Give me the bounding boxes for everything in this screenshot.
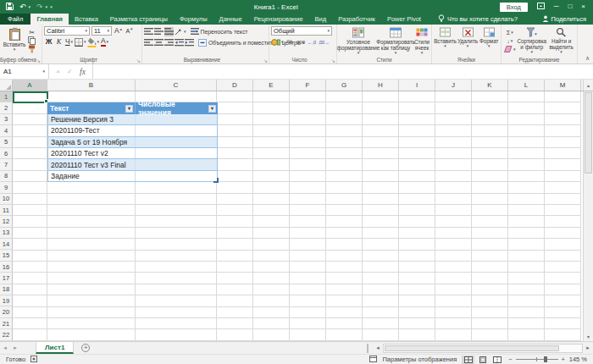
column-header[interactable]: C	[136, 80, 217, 91]
horizontal-scroll-left-icon[interactable]: ◂	[373, 345, 383, 351]
vertical-scrollbar[interactable]: ▾	[583, 91, 593, 341]
borders-button[interactable]: ▾	[75, 37, 86, 47]
align-center-button[interactable]	[154, 38, 163, 47]
sign-in-button[interactable]: Вход	[500, 3, 528, 12]
row-header[interactable]: 11	[0, 205, 13, 216]
table-cell-value[interactable]	[136, 114, 218, 124]
maximize-button[interactable]: □	[568, 3, 572, 10]
column-header[interactable]: F	[290, 80, 326, 91]
horizontal-scroll-track[interactable]	[383, 344, 583, 353]
ribbon-tab[interactable]: Главная	[30, 14, 69, 25]
minimize-button[interactable]: ─	[554, 3, 559, 10]
row-header[interactable]: 18	[0, 284, 13, 295]
table-cell-value[interactable]	[136, 159, 218, 169]
insert-cells-button[interactable]: Вставить ▾	[434, 26, 457, 49]
filter-dropdown-icon[interactable]: ▾	[125, 105, 133, 113]
page-break-view-icon[interactable]	[490, 356, 503, 364]
ribbon-tab[interactable]: Вставка	[69, 14, 104, 25]
table-cell-text[interactable]: 20201110 Тест v2	[47, 148, 136, 158]
table-cell-text[interactable]: Решение Версия 3	[47, 114, 136, 124]
cut-icon[interactable]: ✂	[27, 28, 36, 36]
row-header[interactable]: 13	[0, 228, 13, 239]
zoom-slider-thumb[interactable]	[544, 356, 547, 362]
ribbon-tab[interactable]: Данные	[213, 14, 248, 25]
decrease-decimal-button[interactable]: ,00→	[319, 37, 330, 47]
horizontal-scrollbar[interactable]: ◂ ▸	[367, 342, 593, 354]
table-cell-text[interactable]: 20201109-Тест	[47, 125, 136, 135]
find-select-button[interactable]: Найти и выделить ▾	[547, 26, 575, 55]
align-middle-button[interactable]	[154, 27, 163, 36]
number-format-combo[interactable]: Общий ▾	[271, 26, 332, 36]
fill-color-button[interactable]: ▾	[87, 37, 100, 47]
align-top-button[interactable]	[144, 27, 153, 36]
horizontal-scroll-right-icon[interactable]: ▸	[583, 345, 593, 351]
autosum-button[interactable]: Σ▾	[503, 28, 516, 36]
row-header[interactable]: 7	[0, 159, 13, 170]
column-header[interactable]: D	[217, 80, 253, 91]
wrap-text-button[interactable]: Переносить текст	[191, 26, 248, 36]
name-box-dropdown-icon[interactable]: ▾	[42, 69, 45, 74]
table-cell-value[interactable]	[136, 137, 218, 147]
comma-style-button[interactable]: 000	[296, 37, 306, 47]
formula-input[interactable]	[93, 64, 593, 79]
row-header[interactable]: 2	[0, 102, 13, 113]
align-bottom-button[interactable]	[164, 27, 174, 36]
ribbon-tab[interactable]: Разметка страницы	[104, 14, 174, 25]
row-header[interactable]: 9	[0, 182, 13, 193]
name-box[interactable]: A1 ▾	[0, 64, 49, 79]
column-header[interactable]: G	[326, 80, 363, 91]
number-dialog-launcher-icon[interactable]: ↘	[331, 58, 335, 63]
undo-icon[interactable]: ↶	[19, 3, 26, 11]
redo-dropdown-icon[interactable]: ▾	[46, 5, 48, 9]
collapse-ribbon-icon[interactable]: ∧	[585, 55, 590, 62]
font-color-button[interactable]: А▾	[100, 37, 109, 47]
column-header[interactable]: L	[508, 80, 545, 91]
row-header[interactable]: 8	[0, 171, 13, 182]
zoom-level[interactable]: 145 %	[568, 356, 587, 363]
fill-button[interactable]: ↓▾	[503, 36, 516, 45]
paste-dropdown-icon[interactable]: ▾	[14, 47, 16, 52]
scrollbar-splitter[interactable]	[367, 344, 370, 353]
orientation-button[interactable]: ▾	[175, 27, 186, 36]
copy-icon[interactable]	[27, 36, 36, 45]
row-header[interactable]: 6	[0, 148, 13, 159]
zoom-slider[interactable]	[516, 356, 558, 363]
table-cell-text[interactable]: 20201110 Тест v3 Final	[47, 159, 136, 169]
format-cells-button[interactable]: Формат ▾	[479, 26, 499, 49]
ribbon-tab[interactable]: Формулы	[174, 14, 213, 25]
vertical-scroll-down-icon[interactable]: ▾	[584, 331, 593, 341]
row-header[interactable]: 22	[0, 329, 13, 340]
row-header[interactable]: 12	[0, 216, 13, 227]
row-header[interactable]: 15	[0, 250, 13, 261]
cell-styles-button[interactable]: Стили ячеек ▾	[413, 26, 430, 56]
align-left-button[interactable]	[144, 38, 153, 47]
display-settings-label[interactable]: Параметры отображения	[382, 356, 457, 363]
select-all-corner[interactable]	[0, 80, 13, 91]
table-header-values[interactable]: Числовые значения ▾	[136, 102, 218, 113]
table-cell-value[interactable]	[136, 171, 218, 181]
row-header[interactable]: 14	[0, 239, 13, 250]
horizontal-scroll-thumb[interactable]	[385, 345, 559, 351]
column-header[interactable]: H	[363, 80, 399, 91]
column-header[interactable]: I	[399, 80, 435, 91]
table-header-text[interactable]: Текст ▾	[47, 102, 136, 113]
paste-button[interactable]: Вставить ▾	[2, 26, 27, 55]
table-cell-text[interactable]: Задание	[47, 171, 136, 181]
column-header[interactable]: A	[13, 80, 47, 91]
row-header[interactable]: 1	[0, 91, 13, 102]
format-as-table-button[interactable]: Форматировать как таблицу ▾	[378, 26, 413, 56]
column-header[interactable]: B	[47, 80, 136, 91]
active-cell-a1[interactable]	[13, 91, 48, 103]
share-button[interactable]: Поделиться	[542, 14, 593, 25]
ribbon-tab[interactable]: Рецензирование	[248, 14, 309, 25]
row-header[interactable]: 10	[0, 194, 13, 205]
page-layout-view-icon[interactable]	[476, 356, 489, 364]
zoom-in-button[interactable]: +	[562, 356, 565, 363]
undo-dropdown-icon[interactable]: ▾	[29, 5, 31, 9]
save-icon[interactable]	[6, 3, 14, 12]
insert-function-icon[interactable]: fx	[80, 68, 86, 76]
macro-record-icon[interactable]	[30, 356, 37, 364]
clear-button[interactable]: ▾	[503, 45, 516, 53]
close-button[interactable]: ×	[581, 3, 585, 10]
sheet-tab-active[interactable]: Лист1	[36, 342, 74, 354]
